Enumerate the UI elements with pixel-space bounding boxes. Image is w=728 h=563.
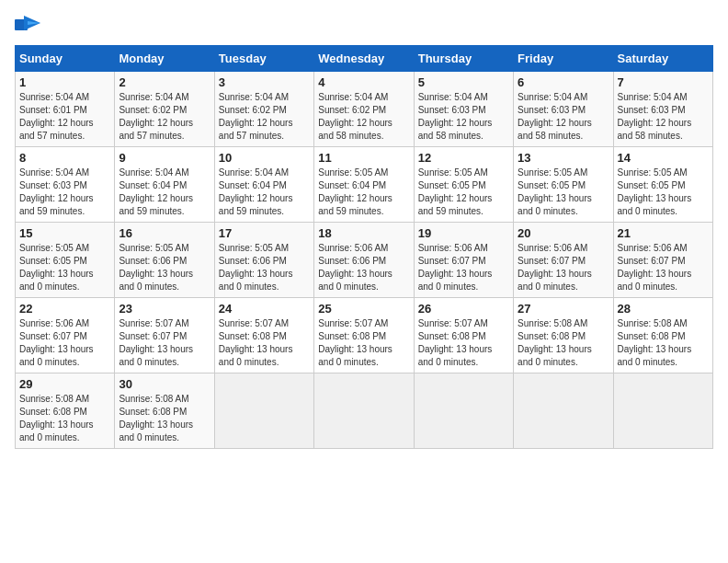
weekday-monday: Monday: [115, 46, 214, 72]
weekday-tuesday: Tuesday: [214, 46, 313, 72]
calendar-week-5: 29Sunrise: 5:08 AMSunset: 6:08 PMDayligh…: [16, 373, 713, 449]
day-info: Sunrise: 5:04 AMSunset: 6:02 PMDaylight:…: [219, 91, 310, 143]
calendar-cell: 18Sunrise: 5:06 AMSunset: 6:06 PMDayligh…: [314, 223, 414, 298]
day-info: Sunrise: 5:05 AMSunset: 6:06 PMDaylight:…: [119, 242, 210, 293]
day-info: Sunrise: 5:08 AMSunset: 6:08 PMDaylight:…: [119, 393, 210, 444]
calendar-cell: 29Sunrise: 5:08 AMSunset: 6:08 PMDayligh…: [16, 373, 115, 449]
day-info: Sunrise: 5:08 AMSunset: 6:08 PMDaylight:…: [518, 317, 609, 369]
day-info: Sunrise: 5:04 AMSunset: 6:04 PMDaylight:…: [119, 167, 210, 218]
calendar-cell: 23Sunrise: 5:07 AMSunset: 6:07 PMDayligh…: [115, 298, 214, 373]
day-number: 5: [418, 75, 509, 89]
day-info: Sunrise: 5:07 AMSunset: 6:08 PMDaylight:…: [418, 317, 509, 369]
day-number: 19: [418, 226, 509, 240]
calendar-cell: 30Sunrise: 5:08 AMSunset: 6:08 PMDayligh…: [115, 373, 214, 449]
day-number: 6: [518, 75, 609, 89]
day-number: 29: [19, 377, 110, 391]
calendar-cell: 22Sunrise: 5:06 AMSunset: 6:07 PMDayligh…: [16, 298, 115, 373]
weekday-friday: Friday: [514, 46, 613, 72]
calendar-cell: 5Sunrise: 5:04 AMSunset: 6:03 PMDaylight…: [414, 72, 513, 147]
day-number: 23: [119, 302, 210, 316]
day-number: 13: [518, 151, 609, 165]
calendar-cell: 9Sunrise: 5:04 AMSunset: 6:04 PMDaylight…: [115, 147, 214, 223]
day-info: Sunrise: 5:08 AMSunset: 6:08 PMDaylight:…: [618, 317, 709, 369]
day-number: 27: [518, 302, 609, 316]
calendar-cell: 20Sunrise: 5:06 AMSunset: 6:07 PMDayligh…: [514, 223, 613, 298]
calendar-cell: 11Sunrise: 5:05 AMSunset: 6:04 PMDayligh…: [314, 147, 414, 223]
weekday-header-row: SundayMondayTuesdayWednesdayThursdayFrid…: [16, 46, 713, 72]
day-number: 22: [19, 302, 110, 316]
day-info: Sunrise: 5:07 AMSunset: 6:07 PMDaylight:…: [119, 317, 210, 369]
calendar-cell: 2Sunrise: 5:04 AMSunset: 6:02 PMDaylight…: [115, 72, 214, 147]
calendar-week-2: 8Sunrise: 5:04 AMSunset: 6:03 PMDaylight…: [16, 147, 713, 223]
day-info: Sunrise: 5:05 AMSunset: 6:04 PMDaylight:…: [318, 167, 409, 218]
day-number: 9: [119, 151, 210, 165]
calendar-cell: 6Sunrise: 5:04 AMSunset: 6:03 PMDaylight…: [514, 72, 613, 147]
calendar-cell: 15Sunrise: 5:05 AMSunset: 6:05 PMDayligh…: [16, 223, 115, 298]
calendar-cell: 25Sunrise: 5:07 AMSunset: 6:08 PMDayligh…: [314, 298, 414, 373]
day-number: 11: [318, 151, 409, 165]
day-info: Sunrise: 5:04 AMSunset: 6:03 PMDaylight:…: [618, 91, 709, 143]
day-info: Sunrise: 5:06 AMSunset: 6:07 PMDaylight:…: [518, 242, 609, 293]
day-info: Sunrise: 5:04 AMSunset: 6:01 PMDaylight:…: [19, 91, 110, 143]
calendar-cell: 7Sunrise: 5:04 AMSunset: 6:03 PMDaylight…: [613, 72, 712, 147]
calendar-cell: 27Sunrise: 5:08 AMSunset: 6:08 PMDayligh…: [514, 298, 613, 373]
day-number: 3: [219, 75, 310, 89]
day-number: 2: [119, 75, 210, 89]
day-info: Sunrise: 5:05 AMSunset: 6:05 PMDaylight:…: [418, 167, 509, 218]
day-number: 26: [418, 302, 509, 316]
weekday-saturday: Saturday: [613, 46, 712, 72]
day-info: Sunrise: 5:07 AMSunset: 6:08 PMDaylight:…: [219, 317, 310, 369]
day-info: Sunrise: 5:07 AMSunset: 6:08 PMDaylight:…: [318, 317, 409, 369]
day-number: 4: [318, 75, 409, 89]
day-info: Sunrise: 5:04 AMSunset: 6:03 PMDaylight:…: [418, 91, 509, 143]
calendar-cell: [214, 373, 313, 449]
day-number: 15: [19, 226, 110, 240]
day-number: 8: [19, 151, 110, 165]
calendar-cell: 28Sunrise: 5:08 AMSunset: 6:08 PMDayligh…: [613, 298, 712, 373]
calendar-cell: [613, 373, 712, 449]
day-number: 18: [318, 226, 409, 240]
day-info: Sunrise: 5:05 AMSunset: 6:05 PMDaylight:…: [518, 167, 609, 218]
calendar-cell: 17Sunrise: 5:05 AMSunset: 6:06 PMDayligh…: [214, 223, 313, 298]
calendar-header: SundayMondayTuesdayWednesdayThursdayFrid…: [16, 46, 713, 72]
day-number: 16: [119, 226, 210, 240]
day-info: Sunrise: 5:06 AMSunset: 6:07 PMDaylight:…: [618, 242, 709, 293]
page-header: [15, 15, 713, 34]
logo-icon: [15, 16, 40, 34]
day-info: Sunrise: 5:04 AMSunset: 6:02 PMDaylight:…: [119, 91, 210, 143]
calendar-cell: 16Sunrise: 5:05 AMSunset: 6:06 PMDayligh…: [115, 223, 214, 298]
calendar-week-3: 15Sunrise: 5:05 AMSunset: 6:05 PMDayligh…: [16, 223, 713, 298]
day-info: Sunrise: 5:05 AMSunset: 6:05 PMDaylight:…: [618, 167, 709, 218]
calendar-table: SundayMondayTuesdayWednesdayThursdayFrid…: [15, 45, 713, 449]
calendar-cell: 13Sunrise: 5:05 AMSunset: 6:05 PMDayligh…: [514, 147, 613, 223]
day-info: Sunrise: 5:06 AMSunset: 6:07 PMDaylight:…: [418, 242, 509, 293]
weekday-wednesday: Wednesday: [314, 46, 414, 72]
day-info: Sunrise: 5:05 AMSunset: 6:06 PMDaylight:…: [219, 242, 310, 293]
day-number: 25: [318, 302, 409, 316]
calendar-cell: 1Sunrise: 5:04 AMSunset: 6:01 PMDaylight…: [16, 72, 115, 147]
calendar-cell: [314, 373, 414, 449]
calendar-week-4: 22Sunrise: 5:06 AMSunset: 6:07 PMDayligh…: [16, 298, 713, 373]
calendar-cell: [514, 373, 613, 449]
weekday-sunday: Sunday: [16, 46, 115, 72]
calendar-cell: 19Sunrise: 5:06 AMSunset: 6:07 PMDayligh…: [414, 223, 513, 298]
day-number: 30: [119, 377, 210, 391]
day-info: Sunrise: 5:04 AMSunset: 6:04 PMDaylight:…: [219, 167, 310, 218]
day-number: 1: [19, 75, 110, 89]
day-number: 24: [219, 302, 310, 316]
day-number: 28: [618, 302, 709, 316]
day-number: 10: [219, 151, 310, 165]
calendar-cell: 14Sunrise: 5:05 AMSunset: 6:05 PMDayligh…: [613, 147, 712, 223]
day-number: 17: [219, 226, 310, 240]
calendar-week-1: 1Sunrise: 5:04 AMSunset: 6:01 PMDaylight…: [16, 72, 713, 147]
day-info: Sunrise: 5:04 AMSunset: 6:03 PMDaylight:…: [19, 167, 110, 218]
day-number: 12: [418, 151, 509, 165]
weekday-thursday: Thursday: [414, 46, 513, 72]
logo: [15, 15, 44, 34]
day-number: 14: [618, 151, 709, 165]
calendar-cell: 24Sunrise: 5:07 AMSunset: 6:08 PMDayligh…: [214, 298, 313, 373]
calendar-cell: 21Sunrise: 5:06 AMSunset: 6:07 PMDayligh…: [613, 223, 712, 298]
calendar-cell: 4Sunrise: 5:04 AMSunset: 6:02 PMDaylight…: [314, 72, 414, 147]
day-info: Sunrise: 5:04 AMSunset: 6:02 PMDaylight:…: [318, 91, 409, 143]
day-info: Sunrise: 5:08 AMSunset: 6:08 PMDaylight:…: [19, 393, 110, 444]
